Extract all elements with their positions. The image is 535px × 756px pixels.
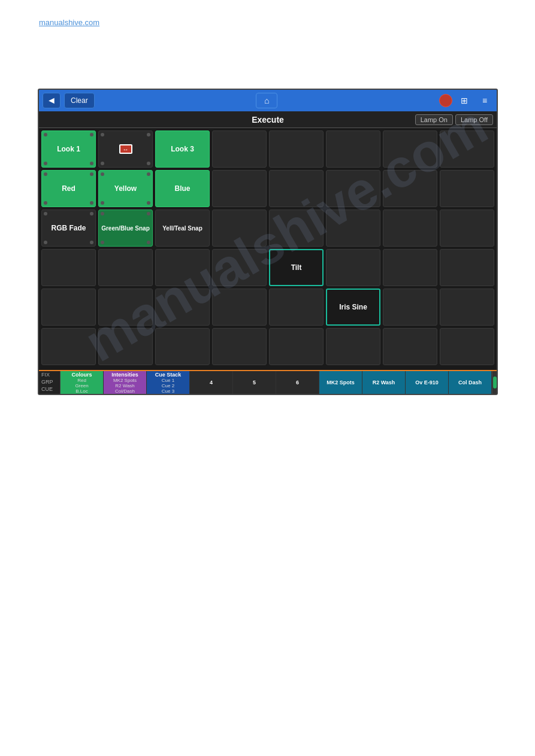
grid-cell-3-1: [98, 249, 153, 286]
scroll-indicator[interactable]: [492, 371, 497, 394]
status-cell-3[interactable]: 4: [190, 371, 233, 394]
top-link[interactable]: manualshive.com: [39, 18, 99, 27]
status-cell-line-1-2: Col/Dash: [115, 388, 135, 394]
grid-cell-1-6: [383, 170, 437, 207]
dot-tr: [147, 133, 150, 136]
grid-icon: ⊞: [461, 96, 468, 105]
status-cell-0[interactable]: ColoursRedGreenB.Loc: [61, 371, 104, 394]
home-button[interactable]: ⌂: [256, 93, 277, 108]
dot-tr: [90, 172, 93, 176]
grid-cell-1-0[interactable]: Red: [41, 170, 96, 207]
status-cell-line-0-2: B.Loc: [75, 388, 87, 394]
status-cell-6[interactable]: MK2 Spots: [319, 371, 362, 394]
grid-cell-5-6: [383, 328, 437, 365]
toolbar-right: ⊞ ≡: [439, 93, 493, 108]
grid-cell-3-6: [383, 249, 437, 286]
grid-cell-0-0[interactable]: Look 1: [41, 130, 96, 168]
grid-cell-1-5: [326, 170, 380, 207]
grid-row-0: Look 1↔Look 3: [41, 130, 494, 168]
status-cell-4[interactable]: 5: [233, 371, 276, 394]
grid-cell-2-5: [326, 210, 380, 247]
dot-bl: [44, 201, 47, 205]
dot-tl: [101, 133, 104, 136]
dot-br: [147, 241, 150, 244]
cell-label-0-2: Look 3: [168, 142, 197, 156]
grid-cell-2-3: [212, 210, 267, 247]
grid-cell-2-7: [440, 210, 494, 247]
status-cell-title-1: Intensities: [111, 372, 138, 378]
toolbar: ◄ Clear ⌂ ⊞ ≡: [39, 90, 497, 111]
lamp-off-button[interactable]: Lamp Off: [455, 114, 493, 125]
grid-row-4: Iris Sine: [41, 289, 494, 326]
grid-cell-4-1: [98, 289, 153, 326]
status-cell-2[interactable]: Cue StackCue 1Cue 2Cue 3: [147, 371, 190, 394]
status-cell-line-1-0: MK2 Spots: [113, 378, 137, 383]
grid-cell-4-4: [269, 289, 324, 326]
cell-label-4-5: Iris Sine: [337, 300, 370, 314]
status-cell-line-0-0: Red: [77, 378, 86, 383]
status-cell-1[interactable]: IntensitiesMK2 SpotsR2 WashCol/Dash: [104, 371, 147, 394]
move-icon: ↔: [119, 144, 132, 154]
cue-label: CUE: [41, 386, 58, 393]
grid-cell-1-1[interactable]: Yellow: [98, 170, 153, 207]
dot-tr: [147, 172, 150, 176]
grid-cell-0-2[interactable]: Look 3: [155, 130, 210, 168]
status-cell-7[interactable]: R2 Wash: [362, 371, 406, 394]
dot-tl: [101, 172, 104, 176]
grid-row-1: RedYellowBlue: [41, 170, 494, 207]
grid-row-5: [41, 328, 494, 365]
cell-label-1-1: Yellow: [112, 182, 139, 195]
status-cell-title-0: Colours: [71, 372, 92, 378]
lamp-controls: Lamp On Lamp Off: [415, 114, 493, 125]
grid-row-2: RGB FadeGreen/Blue SnapYell/Teal Snap: [41, 210, 494, 247]
dot-br: [90, 162, 93, 165]
grid-cell-4-0: [41, 289, 96, 326]
grid-cell-1-2[interactable]: Blue: [155, 170, 210, 207]
dot-br: [147, 162, 150, 165]
grid-cell-4-2: [155, 289, 210, 326]
status-cell-title-4: 5: [253, 379, 256, 385]
fix-label: FIX: [41, 372, 58, 379]
dot-tl: [44, 212, 47, 215]
dot-bl: [101, 201, 104, 205]
grid-cell-4-7: [440, 289, 494, 326]
grid-view-button[interactable]: ⊞: [456, 93, 473, 108]
cell-label-1-0: Red: [59, 182, 78, 195]
grid-cell-2-4: [269, 210, 324, 247]
grid-cell-5-0: [41, 328, 96, 365]
grid-cell-3-2: [155, 249, 210, 286]
grid-cell-3-4[interactable]: Tilt: [269, 249, 324, 286]
status-bar: FIX GRP CUE ColoursRedGreenB.LocIntensit…: [39, 370, 497, 394]
home-icon: ⌂: [264, 96, 269, 105]
grid-cell-0-1[interactable]: ↔: [98, 130, 153, 168]
dot-br: [90, 241, 93, 244]
status-cell-9[interactable]: Col Dash: [449, 371, 492, 394]
execute-grid: Look 1↔Look 3RedYellowBlueRGB FadeGreen/…: [39, 128, 497, 370]
grid-cell-2-1[interactable]: Green/Blue Snap: [98, 210, 153, 247]
scroll-thumb: [493, 377, 497, 388]
status-row-labels: FIX GRP CUE: [39, 371, 61, 394]
grid-cell-2-2[interactable]: Yell/Teal Snap: [155, 210, 210, 247]
status-cell-title-8: Ov E-910: [415, 379, 439, 385]
status-cell-8[interactable]: Ov E-910: [406, 371, 449, 394]
grid-cell-0-5: [326, 130, 380, 168]
status-cell-line-0-1: Green: [75, 383, 88, 388]
clear-button[interactable]: Clear: [64, 93, 95, 108]
grid-cell-1-7: [440, 170, 494, 207]
grid-cell-3-0: [41, 249, 96, 286]
grid-cell-2-0[interactable]: RGB Fade: [41, 210, 96, 247]
grid-cell-4-3: [212, 289, 267, 326]
status-cell-5[interactable]: 6: [276, 371, 319, 394]
grid-cell-5-1: [98, 328, 153, 365]
status-cell-line-2-2: Cue 3: [162, 388, 174, 394]
cell-label-1-2: Blue: [172, 182, 192, 195]
page-title: Execute: [252, 115, 284, 125]
back-button[interactable]: ◄: [43, 93, 61, 108]
grid-cell-4-5[interactable]: Iris Sine: [326, 289, 380, 326]
lamp-on-button[interactable]: Lamp On: [415, 114, 453, 125]
grid-cell-2-6: [383, 210, 437, 247]
dot-bl: [101, 162, 104, 165]
menu-button[interactable]: ≡: [476, 93, 493, 108]
grid-cell-5-4: [269, 328, 324, 365]
record-button[interactable]: [439, 94, 452, 107]
